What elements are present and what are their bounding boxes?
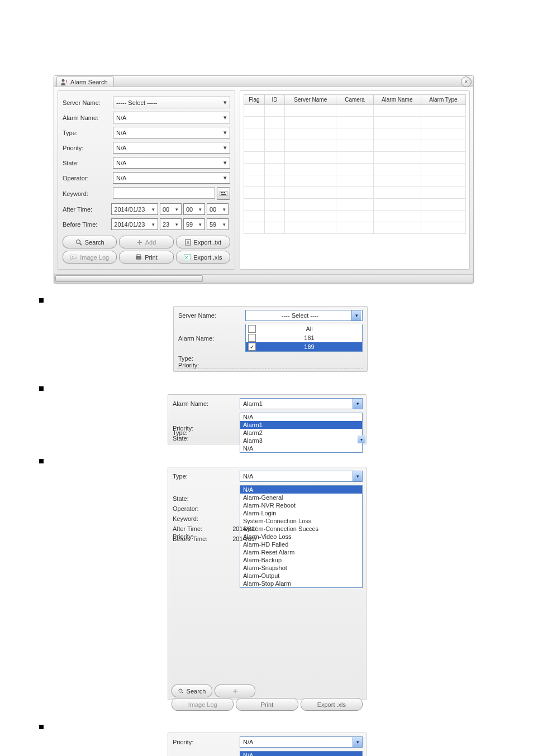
export-xls-button[interactable]: Export .xls [301, 698, 363, 711]
option-alarm3[interactable]: Alarm3 [240, 437, 362, 444]
server-name-select[interactable]: ----- Select -----▾ [113, 97, 230, 108]
alarm-name-select-open[interactable]: Alarm1▾ [240, 398, 363, 409]
horizontal-scrollbar[interactable] [54, 274, 473, 283]
image-log-button[interactable]: Image Log [63, 251, 117, 264]
chevron-down-icon: ▾ [151, 222, 156, 227]
svg-line-8 [80, 243, 82, 245]
option-output[interactable]: Alarm-Output [240, 572, 362, 580]
col-alarm-type[interactable]: Alarm Type [421, 95, 465, 105]
search-button[interactable]: Search [172, 685, 212, 697]
export-txt-button[interactable]: Export .txt [176, 236, 230, 248]
chevron-down-icon: ▾ [222, 114, 229, 121]
scroll-down-icon[interactable]: ▾ [358, 436, 365, 443]
titlebar: ! Alarm Search × [54, 76, 473, 87]
option-na[interactable]: N/A [240, 752, 362, 756]
priority-options: N/A 1 2 3 4 5 [240, 751, 363, 756]
image-log-button[interactable]: Image Log [172, 698, 234, 711]
excel-icon: X [184, 254, 191, 260]
results-table: Flag ID Server Name Camera Alarm Name Al… [244, 94, 466, 234]
checkbox-icon [248, 334, 256, 342]
col-server-name[interactable]: Server Name [285, 95, 336, 105]
before-min-select[interactable]: 59▾ [183, 218, 205, 230]
after-hour-select[interactable]: 00▾ [160, 203, 182, 215]
svg-point-16 [72, 256, 74, 257]
tab-alarm-search[interactable]: ! Alarm Search [56, 76, 114, 87]
label-state: State: [63, 160, 113, 166]
option-backup[interactable]: Alarm-Backup [240, 556, 362, 564]
chevron-down-icon: ▾ [353, 471, 362, 481]
label-after-time: After Time: [173, 525, 232, 532]
priority-select[interactable]: N/A▾ [113, 142, 230, 154]
option-na[interactable]: N/A [240, 413, 362, 421]
option-login[interactable]: Alarm-Login [240, 509, 362, 517]
chevron-down-icon: ▾ [222, 129, 229, 136]
col-camera[interactable]: Camera [336, 95, 374, 105]
operator-select[interactable]: N/A▾ [113, 172, 230, 184]
after-date-picker[interactable]: 2014/01/23▾ [111, 203, 158, 215]
option-169[interactable]: 169 [246, 342, 362, 351]
option-alarm-general[interactable]: Alarm-General [240, 494, 362, 501]
table-row [244, 117, 466, 128]
table-row [244, 210, 466, 222]
svg-point-7 [76, 240, 80, 243]
col-id[interactable]: ID [264, 95, 285, 105]
svg-rect-5 [224, 192, 225, 193]
alarm-name-select[interactable]: N/A▾ [113, 112, 230, 123]
svg-rect-6 [221, 194, 226, 195]
alarm-search-window: ! Alarm Search × Server Name: ----- Sele… [54, 75, 474, 284]
option-video-loss[interactable]: Alarm-Video Loss [240, 533, 362, 540]
keyword-keypad-button[interactable] [217, 187, 230, 200]
label-state: State: [173, 495, 240, 502]
print-button[interactable]: Print [236, 698, 298, 711]
before-sec-select[interactable]: 59▾ [207, 218, 229, 230]
priority-select-open[interactable]: N/A▾ [240, 736, 363, 748]
bullet-icon [39, 386, 44, 391]
add-button[interactable]: Add [119, 236, 173, 248]
option-na2[interactable]: N/A [240, 444, 362, 452]
chevron-down-icon: ▾ [198, 222, 203, 227]
chevron-down-icon: ▾ [221, 222, 227, 227]
option-alarm2[interactable]: Alarm2 [240, 429, 362, 437]
print-button[interactable]: Print [119, 251, 173, 264]
close-button[interactable]: × [461, 76, 472, 87]
example-priority: Priority: N/A▾ State: N/A 1 2 3 4 5 Oper… [168, 733, 367, 756]
server-name-select-open[interactable]: ---- Select ----▾ [245, 310, 363, 321]
option-alarm1[interactable]: Alarm1 [240, 421, 362, 429]
before-hour-select[interactable]: 23▾ [160, 218, 182, 230]
search-form-panel: Server Name: ----- Select -----▾ Alarm N… [58, 90, 235, 270]
col-flag[interactable]: Flag [244, 95, 265, 105]
plus-icon [233, 689, 237, 693]
option-na[interactable]: N/A [240, 486, 362, 494]
export-xls-button[interactable]: XExport .xls [176, 251, 230, 264]
type-select-open[interactable]: N/A▾ [240, 471, 363, 482]
option-all[interactable]: All [246, 324, 362, 333]
before-date-picker[interactable]: 2014/01/23▾ [111, 218, 158, 230]
label-priority: Priority: [178, 362, 245, 369]
option-snapshot[interactable]: Alarm-Snapshot [240, 564, 362, 572]
svg-line-23 [182, 692, 183, 693]
option-stop-alarm[interactable]: Alarm-Stop Alarm [240, 580, 362, 587]
chevron-down-icon: ▾ [351, 310, 361, 320]
option-reset-alarm[interactable]: Alarm-Reset Alarm [240, 548, 362, 556]
option-nvr-reboot[interactable]: Alarm-NVR Reboot [240, 501, 362, 509]
table-row [244, 140, 466, 152]
col-alarm-name[interactable]: Alarm Name [373, 95, 421, 105]
option-conn-success[interactable]: System-Connection Succes [240, 525, 362, 533]
label-priority: Priority: [173, 739, 240, 745]
option-161[interactable]: 161 [246, 333, 362, 342]
after-min-select[interactable]: 00▾ [183, 203, 205, 215]
label-type: Type: [63, 130, 113, 136]
bullet-icon [39, 459, 44, 463]
search-button[interactable]: Search [63, 236, 117, 248]
keyword-input[interactable] [113, 187, 215, 199]
add-button[interactable] [215, 685, 255, 697]
chevron-down-icon: ▾ [353, 399, 362, 409]
state-select[interactable]: N/A▾ [113, 157, 230, 169]
text-file-icon [185, 239, 191, 246]
alarm-name-options: N/A Alarm1 Alarm2 Alarm3 N/A [240, 413, 363, 453]
option-hd-failed[interactable]: Alarm-HD Falied [240, 540, 362, 548]
option-conn-loss[interactable]: System-Connection Loss [240, 517, 362, 525]
type-select[interactable]: N/A▾ [113, 127, 230, 138]
after-sec-select[interactable]: 00▾ [207, 203, 229, 215]
table-row [244, 105, 466, 117]
